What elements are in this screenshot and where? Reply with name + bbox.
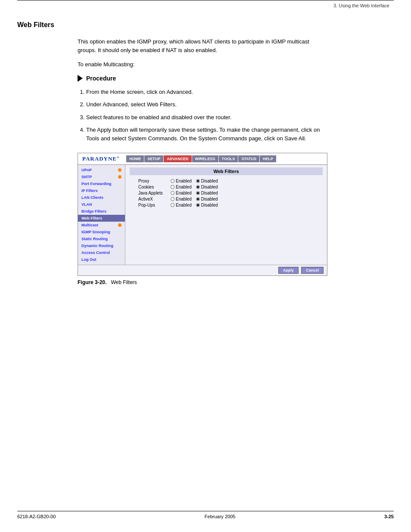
filter-activex-label: ActiveX — [138, 197, 171, 201]
apply-button[interactable]: Apply — [278, 267, 299, 274]
page-header: 3. Using the Web Interface — [17, 0, 394, 8]
router-logo: PARADYNE® — [80, 155, 122, 163]
sidebar-item-sntp[interactable]: SNTP — [78, 173, 125, 180]
sidebar-item-multicast[interactable]: Multicast — [78, 222, 125, 229]
activex-enabled-radio[interactable] — [171, 197, 174, 201]
intro-paragraph-1: This option enables the IGMP proxy, whic… — [78, 37, 327, 54]
breadcrumb-text: 3. Using the Web Interface — [333, 3, 389, 8]
filters-table: Proxy Enabled Disabled — [138, 179, 323, 207]
filter-cookies-enabled[interactable]: Enabled — [171, 185, 192, 189]
spacer — [130, 209, 323, 226]
filter-proxy-disabled[interactable]: Disabled — [196, 179, 218, 183]
nav-advanced-button[interactable]: ADVANCED — [164, 155, 191, 162]
sidebar-item-log-out[interactable]: Log Out — [78, 256, 125, 263]
sidebar-item-lan-clients-label: LAN Clients — [81, 195, 103, 200]
footer-left: 6218-A2-GB20-00 — [17, 514, 56, 519]
sidebar-item-access-control[interactable]: Access Control — [78, 249, 125, 256]
filter-activex-disabled[interactable]: Disabled — [196, 197, 218, 201]
sidebar-item-upnp-label: UPnP — [81, 168, 92, 172]
router-sidebar: UPnP SNTP Port Forwarding IP Filters L — [78, 165, 125, 265]
main-panel-title: Web Filters — [130, 167, 323, 175]
sidebar-item-multicast-label: Multicast — [81, 223, 98, 227]
sidebar-item-web-filters[interactable]: Web Filters — [78, 215, 125, 222]
sidebar-item-sntp-label: SNTP — [81, 175, 92, 179]
filter-row-cookies: Cookies Enabled Disabled — [138, 185, 323, 189]
popups-disabled-radio[interactable] — [196, 203, 200, 207]
filter-activex-enabled[interactable]: Enabled — [171, 197, 192, 201]
filter-row-activex: ActiveX Enabled Disabled — [138, 197, 323, 201]
sidebar-item-static-routing[interactable]: Static Routing — [78, 235, 125, 242]
sidebar-item-web-filters-label: Web Filters — [81, 216, 102, 220]
nav-wireless-button[interactable]: WIRELESS — [192, 155, 218, 162]
filter-row-popups: Pop-Ups Enabled Disabled — [138, 203, 323, 207]
figure-container: PARADYNE® HOME SETUP ADVANCED WIRELESS T… — [78, 153, 333, 285]
sidebar-item-ip-filters-label: IP Filters — [81, 189, 98, 193]
router-ui: PARADYNE® HOME SETUP ADVANCED WIRELESS T… — [78, 153, 327, 276]
sidebar-item-lan-clients[interactable]: LAN Clients — [78, 194, 125, 201]
filter-java-enabled[interactable]: Enabled — [171, 191, 192, 195]
sidebar-item-ip-filters[interactable]: IP Filters — [78, 187, 125, 194]
java-enabled-radio[interactable] — [171, 191, 174, 195]
proxy-enabled-radio[interactable] — [171, 179, 174, 183]
upnp-dot-icon — [118, 168, 121, 172]
sntp-dot-icon — [118, 175, 121, 179]
intro-paragraph-2: To enable Multicasting: — [78, 60, 327, 69]
sidebar-item-vlan-label: VLAN — [81, 202, 92, 207]
nav-status-button[interactable]: STATUS — [238, 155, 259, 162]
nav-setup-button[interactable]: SETUP — [144, 155, 163, 162]
nav-home-button[interactable]: HOME — [126, 155, 144, 162]
page-footer: 6218-A2-GB20-00 February 2005 3-25 — [17, 511, 394, 519]
nav-help-button[interactable]: HELP — [260, 155, 276, 162]
procedure-arrow-icon — [78, 75, 83, 82]
sidebar-item-vlan[interactable]: VLAN — [78, 201, 125, 208]
sidebar-item-port-forwarding-label: Port Forwarding — [81, 182, 112, 186]
filter-row-proxy: Proxy Enabled Disabled — [138, 179, 323, 183]
step-1: From the Home screen, click on Advanced. — [86, 88, 327, 96]
filter-proxy-enabled[interactable]: Enabled — [171, 179, 192, 183]
filter-popups-enabled[interactable]: Enabled — [171, 203, 192, 207]
footer-right: 3-25 — [384, 514, 394, 519]
filter-cookies-label: Cookies — [138, 185, 171, 189]
procedure-header: Procedure — [78, 75, 394, 82]
step-2: Under Advanced, select Web Filters. — [86, 100, 327, 109]
main-content: Web Filters This option enables the IGMP… — [17, 8, 394, 285]
sidebar-item-dynamic-routing[interactable]: Dynamic Routing — [78, 242, 125, 249]
figure-caption-number: Figure 3-20. — [78, 279, 106, 285]
proxy-disabled-radio[interactable] — [196, 179, 200, 183]
sidebar-item-bridge-filters[interactable]: Bridge Filters — [78, 208, 125, 215]
sidebar-item-port-forwarding[interactable]: Port Forwarding — [78, 180, 125, 187]
router-footer: Apply Cancel — [78, 265, 327, 275]
step-4: The Apply button will temporarily save t… — [86, 126, 327, 142]
figure-caption-title: Web Filters — [111, 279, 137, 285]
activex-disabled-radio[interactable] — [196, 197, 200, 201]
cookies-enabled-radio[interactable] — [171, 185, 174, 189]
sidebar-item-access-control-label: Access Control — [81, 251, 110, 255]
filter-java-applets-label: Java Applets — [138, 191, 171, 195]
sidebar-item-log-out-label: Log Out — [81, 257, 97, 262]
router-nav: PARADYNE® HOME SETUP ADVANCED WIRELESS T… — [78, 153, 327, 165]
router-main-panel: Web Filters Proxy Enabled Disabled — [125, 165, 327, 265]
sidebar-item-igmp-snooping-label: IGMP Snooping — [81, 230, 110, 234]
filter-popups-disabled[interactable]: Disabled — [196, 203, 218, 207]
steps-list: From the Home screen, click on Advanced.… — [86, 88, 327, 143]
filter-proxy-label: Proxy — [138, 179, 171, 183]
figure-caption: Figure 3-20. Web Filters — [78, 279, 333, 285]
filter-cookies-disabled[interactable]: Disabled — [196, 185, 218, 189]
section-title: Web Filters — [17, 21, 394, 29]
java-disabled-radio[interactable] — [196, 191, 200, 195]
cancel-button[interactable]: Cancel — [301, 267, 324, 274]
multicast-dot-icon — [118, 223, 121, 227]
filter-java-disabled[interactable]: Disabled — [196, 191, 218, 195]
cookies-disabled-radio[interactable] — [196, 185, 200, 189]
sidebar-item-dynamic-routing-label: Dynamic Routing — [81, 244, 113, 248]
nav-tools-button[interactable]: TOOLS — [219, 155, 238, 162]
filter-popups-label: Pop-Ups — [138, 203, 171, 207]
sidebar-item-igmp-snooping[interactable]: IGMP Snooping — [78, 229, 125, 235]
sidebar-item-upnp[interactable]: UPnP — [78, 167, 125, 173]
footer-center: February 2005 — [205, 514, 236, 519]
popups-enabled-radio[interactable] — [171, 203, 174, 207]
filter-row-java-applets: Java Applets Enabled Disabled — [138, 191, 323, 195]
router-body: UPnP SNTP Port Forwarding IP Filters L — [78, 165, 327, 265]
step-3: Select features to be enabled and disabl… — [86, 113, 327, 122]
procedure-label: Procedure — [86, 75, 116, 82]
